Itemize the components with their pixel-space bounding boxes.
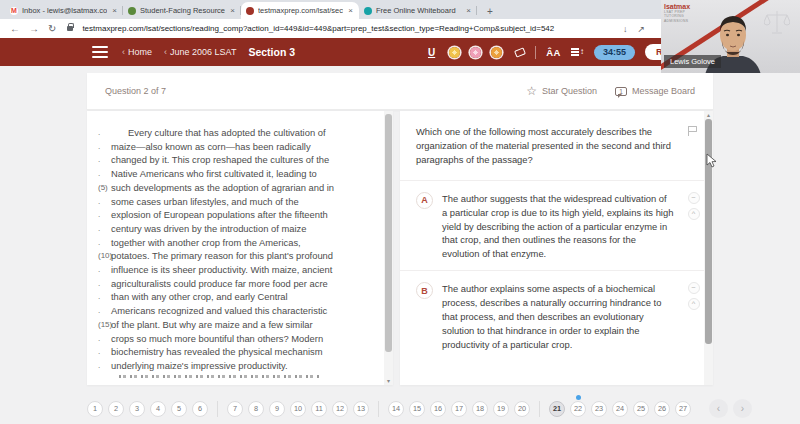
url-text[interactable]: testmaxprep.com/lsat/sections/reading_co… (82, 24, 614, 33)
eraser-icon[interactable] (514, 47, 526, 57)
passage-line-text: together with another crop from the Amer… (111, 236, 377, 250)
question-number-27[interactable]: 27 (675, 401, 691, 417)
question-number-13[interactable]: 13 (353, 401, 369, 417)
question-number-17[interactable]: 17 (451, 401, 467, 417)
testmax-icon (246, 7, 254, 15)
browser-tab[interactable]: Free Online Whiteboard× (359, 2, 477, 19)
question-text: Which one of the following most accurate… (400, 111, 713, 167)
passage-line: .changed by it. This crop reshaped the c… (96, 153, 377, 167)
question-number-5[interactable]: 5 (171, 401, 187, 417)
question-number-10[interactable]: 10 (290, 401, 306, 417)
question-pagination: 1234567891011121314151617181920212223242… (87, 399, 752, 418)
question-number-15[interactable]: 15 (409, 401, 425, 417)
browser-tab[interactable]: testmaxprep.com/lsat/sections/× (241, 2, 359, 19)
passage-line-text: century was driven by the introduction o… (111, 222, 377, 236)
answer-text: The author explains some aspects of a bi… (442, 282, 678, 352)
question-number-3[interactable]: 3 (129, 401, 145, 417)
gmail-icon: M (10, 7, 18, 15)
question-number-8[interactable]: 8 (248, 401, 264, 417)
passage-line-text: crops so much more bountiful than others… (111, 332, 377, 346)
passage-line: .some cases urban lifestyles, and much o… (96, 195, 377, 209)
question-number-14[interactable]: 14 (388, 401, 404, 417)
line-number-marker: (10) (96, 249, 111, 263)
highlighter-yellow-icon[interactable] (449, 47, 460, 58)
back-icon[interactable]: ← (10, 24, 20, 34)
promote-answer-icon[interactable]: ^ (688, 298, 700, 310)
line-number-marker: . (96, 277, 111, 291)
section-title: Section 3 (248, 46, 295, 58)
star-question-button[interactable]: ☆ Star Question (526, 85, 597, 97)
refresh-icon[interactable]: ↻ (48, 24, 56, 34)
message-board-button[interactable]: 1 Message Board (615, 86, 695, 96)
question-number-12[interactable]: 12 (332, 401, 348, 417)
tab-list: MInbox - lewis@lsatmax.com - Te×Student-… (5, 2, 477, 19)
share-icon[interactable]: ↗ (637, 24, 645, 34)
chevron-left-icon: ‹ (122, 47, 125, 57)
question-progress: Question 2 of 7 (105, 86, 166, 96)
tab-close-icon[interactable]: × (347, 6, 354, 15)
answer-text: The author suggests that the widespread … (442, 192, 678, 262)
question-number-4[interactable]: 4 (150, 401, 166, 417)
passage-line-text: maize—also known as corn—has been radica… (111, 140, 377, 154)
question-number-1[interactable]: 1 (87, 401, 103, 417)
line-number-marker: . (96, 263, 111, 277)
answer-controls: −^ (687, 282, 700, 352)
lsatmax-logo: lsatmax LSAT PREP TUTORING ADMISSIONS (664, 3, 690, 23)
answer-letter-badge[interactable]: B (416, 282, 433, 299)
line-number-marker: . (96, 359, 111, 373)
tab-close-icon[interactable]: × (111, 6, 118, 15)
question-number-6[interactable]: 6 (192, 401, 208, 417)
breadcrumb-test[interactable]: ‹June 2006 LSAT (164, 47, 236, 57)
passage-line: (15)of the plant. But why are maize and … (96, 318, 377, 332)
flag-icon[interactable] (688, 126, 696, 136)
passage-line-text: such developments as the adoption of agr… (111, 181, 377, 195)
forward-icon[interactable]: → (29, 24, 39, 34)
line-spacing-icon[interactable]: ↕ (571, 48, 584, 56)
passage-line: .influence is its sheer productivity. Wi… (96, 263, 377, 277)
question-number-16[interactable]: 16 (430, 401, 446, 417)
passage-line-text: Every culture that has adopted the culti… (111, 126, 377, 140)
highlighter-orange-icon[interactable] (491, 47, 502, 58)
browser-tab[interactable]: MInbox - lewis@lsatmax.com - Te× (5, 2, 123, 19)
tab-close-icon[interactable]: × (465, 6, 472, 15)
question-number-26[interactable]: 26 (654, 401, 670, 417)
question-number-7[interactable]: 7 (227, 401, 243, 417)
breadcrumb-home[interactable]: ‹Home (122, 47, 152, 57)
question-number-21[interactable]: 21 (549, 401, 565, 417)
passage-line: .maize—also known as corn—has been radic… (96, 140, 377, 154)
collapse-answer-icon[interactable]: − (688, 282, 700, 294)
question-number-19[interactable]: 19 (493, 401, 509, 417)
answer-choice-A[interactable]: AThe author suggests that the widespread… (400, 180, 713, 271)
question-number-24[interactable]: 24 (612, 401, 628, 417)
question-number-11[interactable]: 11 (311, 401, 327, 417)
answer-list: AThe author suggests that the widespread… (400, 180, 713, 361)
question-number-20[interactable]: 20 (514, 401, 530, 417)
question-number-23[interactable]: 23 (591, 401, 607, 417)
promote-answer-icon[interactable]: ^ (688, 208, 700, 220)
question-number-25[interactable]: 25 (633, 401, 649, 417)
question-number-2[interactable]: 2 (108, 401, 124, 417)
new-tab-button[interactable]: + (483, 4, 497, 18)
passage-line: .underlying maize's impressive productiv… (96, 359, 377, 373)
tab-close-icon[interactable]: × (229, 6, 236, 15)
passage-scrollbar[interactable]: ▾ (384, 111, 393, 385)
tab-title: testmaxprep.com/lsat/sections/ (258, 6, 343, 15)
browser-tab[interactable]: Student-Facing Resources - Go× (123, 2, 241, 19)
underline-tool-icon[interactable]: U (428, 47, 435, 58)
passage-line: .explosion of European populations after… (96, 208, 377, 222)
collapse-answer-icon[interactable]: − (688, 192, 700, 204)
question-number-9[interactable]: 9 (269, 401, 285, 417)
question-number-22[interactable]: 22 (570, 401, 586, 417)
answer-choice-B[interactable]: BThe author explains some aspects of a b… (400, 270, 713, 361)
question-number-18[interactable]: 18 (472, 401, 488, 417)
answer-controls: −^ (687, 192, 700, 262)
passage-text: .Every culture that has adopted the cult… (87, 111, 393, 373)
pagination-next-button[interactable]: › (733, 399, 752, 418)
passage-line: .Native Americans who first cultivated i… (96, 167, 377, 181)
highlighter-pink-icon[interactable] (470, 47, 481, 58)
font-size-icon[interactable]: ÂA (546, 47, 561, 58)
menu-icon[interactable] (92, 46, 108, 58)
download-icon[interactable]: ↓ (623, 24, 628, 34)
answer-letter-badge[interactable]: A (416, 192, 433, 209)
pagination-prev-button[interactable]: ‹ (709, 399, 728, 418)
